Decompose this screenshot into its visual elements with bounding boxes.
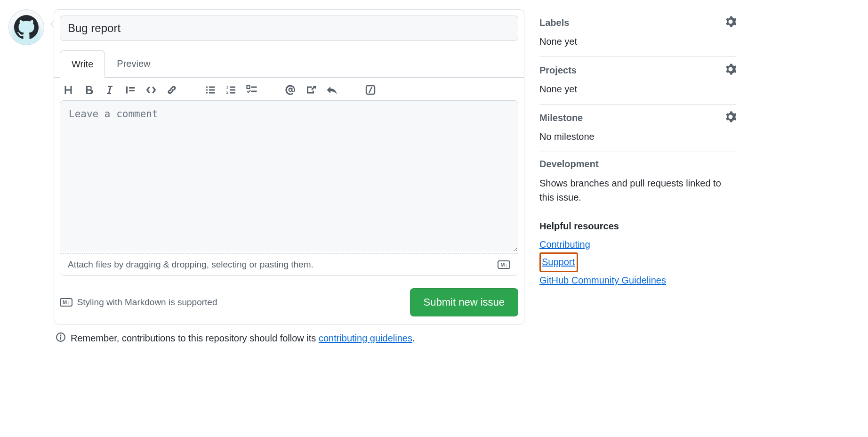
tab-preview[interactable]: Preview <box>105 50 162 77</box>
bold-icon[interactable] <box>83 84 95 96</box>
projects-header: Projects <box>539 65 577 76</box>
svg-text:1: 1 <box>226 85 229 89</box>
submit-new-issue-button[interactable]: Submit new issue <box>410 288 518 316</box>
code-icon[interactable] <box>145 84 157 96</box>
slash-commands-icon[interactable] <box>365 84 376 96</box>
tasklist-icon[interactable] <box>246 84 257 96</box>
mention-icon[interactable] <box>285 84 296 96</box>
ordered-list-icon[interactable]: 12 <box>225 84 237 96</box>
contributing-guidelines-link[interactable]: contributing guidelines <box>319 333 412 343</box>
octocat-icon <box>14 15 39 40</box>
community-guidelines-link[interactable]: GitHub Community Guidelines <box>539 272 736 288</box>
attach-files-hint[interactable]: Attach files by dragging & dropping, sel… <box>60 253 518 275</box>
milestone-value: No milestone <box>539 131 736 142</box>
svg-point-8 <box>60 335 62 336</box>
svg-point-2 <box>206 92 208 94</box>
projects-value: None yet <box>539 84 736 95</box>
comment-textarea[interactable] <box>60 101 518 251</box>
italic-icon[interactable] <box>104 84 115 96</box>
cross-reference-icon[interactable] <box>305 84 317 96</box>
issue-title-input[interactable] <box>60 16 518 41</box>
development-value: Shows branches and pull requests linked … <box>539 176 736 204</box>
reminder-suffix: . <box>412 333 415 343</box>
labels-value: None yet <box>539 36 736 47</box>
gear-icon[interactable] <box>725 16 736 30</box>
unordered-list-icon[interactable] <box>205 84 216 96</box>
svg-point-0 <box>206 86 208 88</box>
gear-icon[interactable] <box>725 64 736 77</box>
svg-rect-5 <box>247 86 250 89</box>
markdown-support-link[interactable]: M↓ Styling with Markdown is supported <box>60 297 217 308</box>
gear-icon[interactable] <box>725 111 736 125</box>
avatar[interactable] <box>8 9 44 45</box>
support-link[interactable]: Support <box>542 257 575 267</box>
milestone-header: Milestone <box>539 113 583 123</box>
tab-write[interactable]: Write <box>60 50 105 78</box>
heading-icon[interactable] <box>63 84 74 96</box>
svg-text:2: 2 <box>226 90 229 95</box>
new-issue-card: Write Preview 12 <box>54 9 524 324</box>
contributing-reminder: Remember, contributions to this reposito… <box>54 324 524 345</box>
development-header: Development <box>539 159 599 170</box>
info-icon <box>56 332 66 345</box>
issue-sidebar: Labels None yet Projects None yet Milest… <box>539 9 736 298</box>
reply-icon[interactable] <box>326 84 338 96</box>
markdown-icon[interactable]: M↓ <box>498 260 510 269</box>
labels-header: Labels <box>539 17 569 28</box>
markdown-support-text: Styling with Markdown is supported <box>77 297 217 308</box>
markdown-icon: M↓ <box>60 298 72 307</box>
svg-point-1 <box>206 89 208 91</box>
contributing-link[interactable]: Contributing <box>539 236 736 252</box>
blockquote-icon[interactable] <box>125 84 136 96</box>
comment-tabs: Write Preview <box>54 50 524 78</box>
helpful-resources-header: Helpful resources <box>539 221 619 232</box>
attach-hint-text: Attach files by dragging & dropping, sel… <box>68 259 313 270</box>
link-icon[interactable] <box>166 84 177 96</box>
markdown-toolbar: 12 <box>54 78 524 100</box>
reminder-prefix: Remember, contributions to this reposito… <box>71 333 319 343</box>
